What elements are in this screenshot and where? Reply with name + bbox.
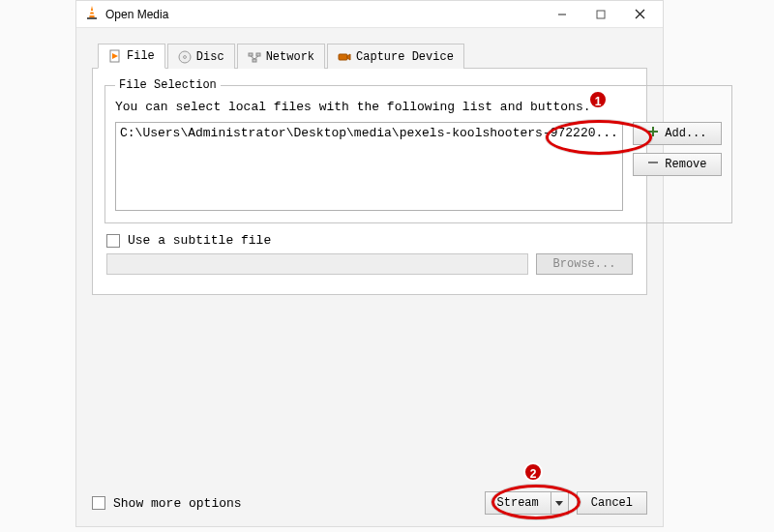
subtitle-path-input: [106, 253, 528, 275]
show-more-checkbox[interactable]: [92, 496, 105, 510]
play-dropdown[interactable]: [551, 492, 568, 514]
tab-file[interactable]: File: [98, 44, 165, 69]
svg-marker-22: [555, 501, 563, 506]
svg-rect-1: [90, 11, 94, 13]
svg-point-11: [183, 55, 186, 58]
vlc-cone-icon: [84, 5, 100, 24]
minus-icon: [647, 157, 659, 172]
footer: Show more options Stream Cancel: [92, 491, 647, 515]
svg-rect-13: [256, 53, 260, 56]
svg-rect-14: [253, 59, 256, 62]
add-button-label: Add...: [665, 127, 706, 140]
annotation-badge-2: 2: [523, 462, 543, 482]
annotation-badge-1: 1: [588, 90, 608, 109]
svg-rect-12: [249, 53, 253, 56]
play-split-button[interactable]: Stream: [485, 491, 569, 515]
file-selection-legend: File Selection: [115, 78, 221, 92]
capture-icon: [338, 50, 351, 64]
network-icon: [248, 50, 261, 64]
client-area: File Disc Network Capture Device: [76, 28, 663, 303]
cancel-button-label: Cancel: [591, 496, 633, 510]
subtitle-checkbox-label: Use a subtitle file: [128, 233, 271, 248]
maximize-button[interactable]: [581, 2, 620, 27]
titlebar: Open Media: [76, 1, 663, 28]
svg-rect-2: [90, 14, 95, 15]
tab-strip: File Disc Network Capture Device: [92, 42, 647, 69]
svg-rect-5: [597, 11, 605, 18]
open-media-window: Open Media File: [75, 0, 664, 527]
tab-label: Network: [266, 50, 314, 64]
tab-label: File: [127, 49, 155, 63]
minimize-button[interactable]: [543, 2, 581, 27]
tab-file-page: File Selection You can select local file…: [92, 69, 647, 295]
tab-disc[interactable]: Disc: [167, 44, 235, 69]
file-icon: [108, 49, 122, 63]
remove-button[interactable]: Remove: [633, 153, 722, 176]
cancel-button[interactable]: Cancel: [577, 491, 647, 515]
add-button[interactable]: Add...: [633, 122, 722, 145]
play-button-label[interactable]: Stream: [486, 492, 551, 514]
browse-button: Browse...: [536, 253, 633, 275]
file-list[interactable]: C:\Users\Administrator\Desktop\media\pex…: [115, 122, 623, 211]
tab-label: Disc: [196, 50, 224, 64]
svg-rect-3: [87, 17, 97, 19]
subtitle-checkbox[interactable]: [106, 234, 120, 248]
browse-button-label: Browse...: [553, 257, 616, 271]
tab-label: Capture Device: [356, 50, 454, 64]
file-list-item[interactable]: C:\Users\Administrator\Desktop\media\pex…: [120, 125, 618, 142]
chevron-down-icon: [555, 499, 563, 507]
file-selection-group: File Selection You can select local file…: [104, 78, 732, 223]
close-button[interactable]: [620, 2, 659, 27]
window-title: Open Media: [105, 8, 543, 21]
remove-button-label: Remove: [665, 158, 706, 171]
plus-icon: [647, 126, 659, 141]
svg-rect-17: [339, 54, 347, 60]
disc-icon: [178, 50, 192, 64]
show-more-label: Show more options: [113, 496, 242, 511]
tab-network[interactable]: Network: [237, 44, 325, 69]
file-selection-help: You can select local files with the foll…: [115, 100, 722, 114]
tab-capture[interactable]: Capture Device: [327, 44, 464, 69]
